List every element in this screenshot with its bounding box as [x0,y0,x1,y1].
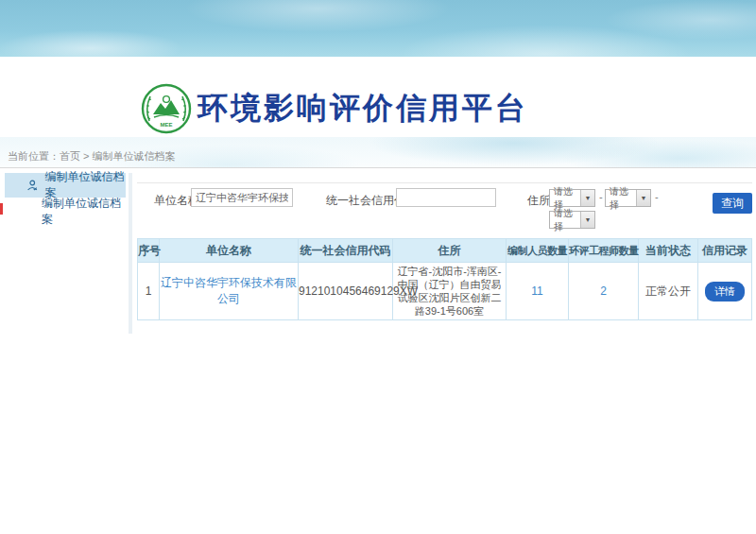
svg-text:MEE: MEE [160,122,172,128]
page-title: 环境影响评价信用平台 [198,90,528,126]
col-status: 当前状态 [639,239,698,263]
address-city-value: 请选择 [606,185,636,212]
unit-name-link[interactable]: 辽宁中咨华宇环保技术有限公司 [161,276,297,305]
chevron-down-icon[interactable]: ▼ [636,190,650,206]
content-top-border [137,182,752,183]
col-address: 住所 [393,239,507,263]
col-engineer-count: 环评工程师数量 [569,239,639,263]
col-credit-record: 信用记录 [698,239,752,263]
engineer-count-link[interactable]: 2 [600,284,607,298]
col-credit-code: 统一社会信用代码 [299,239,393,263]
chevron-down-icon[interactable]: ▼ [580,190,594,206]
sidebar-item-credit-archive[interactable]: 编制单位诚信档案 [5,198,126,226]
mee-logo-icon: MEE [141,83,192,134]
chevron-down-icon[interactable]: ▼ [580,212,594,228]
cell-status: 正常公开 [639,263,698,320]
col-index: 序号 [138,239,160,263]
address-province-select[interactable]: 请选择 ▼ [549,189,595,207]
detail-button[interactable]: 详情 [705,282,745,301]
col-staff-count: 编制人员数量 [507,239,569,263]
address-separator: - [655,191,659,202]
sidebar-item-label: 编制单位诚信档案 [42,196,126,228]
active-item-marker [0,203,3,215]
col-unit-name: 单位名称 [160,239,299,263]
breadcrumb: 当前位置：首页 > 编制单位诚信档案 [8,149,176,164]
table-row: 1 辽宁中咨华宇环保技术有限公司 9121010456469129XW 辽宁省-… [138,263,752,320]
results-table: 序号 单位名称 统一社会信用代码 住所 编制人员数量 环评工程师数量 当前状态 … [137,238,753,320]
staff-count-link[interactable]: 11 [531,284,542,298]
user-icon [26,179,38,192]
cell-index: 1 [138,263,160,320]
breadcrumb-separator: > [83,150,89,162]
address-separator: - [599,191,603,202]
sidebar: 编制单位诚信档案 编制单位诚信档案 [5,173,126,334]
header-band: MEE 环境影响评价信用平台 [0,0,756,57]
address-city-select[interactable]: 请选择 ▼ [605,189,651,207]
breadcrumb-current: 编制单位诚信档案 [93,150,176,162]
credit-code-input[interactable] [396,188,496,207]
search-button[interactable]: 查询 [713,193,752,214]
address-district-select[interactable]: 请选择 ▼ [549,211,595,229]
cell-credit-code: 9121010456469129XW [299,263,393,320]
unit-name-input[interactable] [191,188,293,207]
breadcrumb-home-link[interactable]: 首页 [60,150,80,162]
sidebar-section-header[interactable]: 编制单位诚信档案 [5,173,126,198]
breadcrumb-location-label: 当前位置： [8,150,60,162]
cell-address: 辽宁省-沈阳市-浑南区-中国（辽宁）自由贸易试验区沈阳片区创新二路39-1号60… [393,263,507,320]
address-district-value: 请选择 [550,207,580,233]
table-header-row: 序号 单位名称 统一社会信用代码 住所 编制人员数量 环评工程师数量 当前状态 … [138,239,752,263]
vertical-divider [129,173,132,334]
